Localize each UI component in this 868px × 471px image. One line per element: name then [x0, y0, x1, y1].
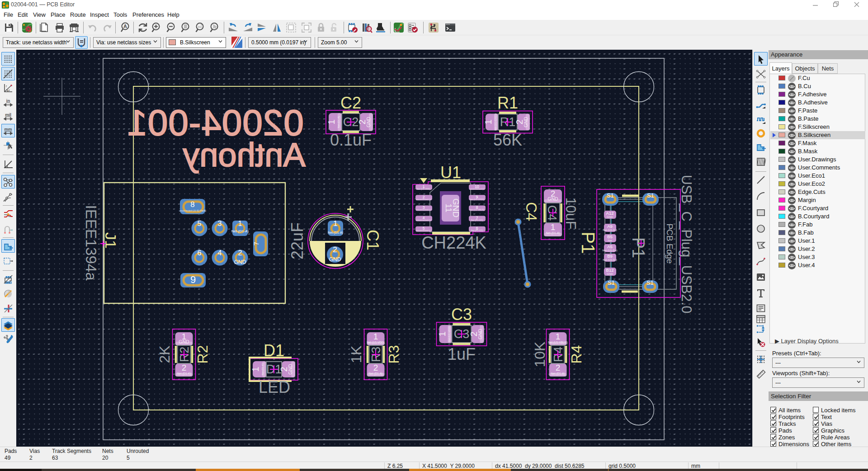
svg-text:S1: S1 — [646, 280, 653, 286]
svg-text:Net-(U1-VDD): Net-(U1-VDD) — [367, 341, 385, 344]
svg-text:S1: S1 — [647, 193, 654, 199]
svg-text:1: 1 — [483, 119, 493, 124]
svg-text:Net-(D1-A): Net-(D1-A) — [551, 372, 565, 376]
svg-text:1K: 1K — [348, 345, 364, 363]
svg-text:10K: 10K — [532, 342, 548, 367]
svg-text:GND: GND — [329, 256, 341, 263]
svg-text:2K: 2K — [156, 345, 173, 363]
svg-text:GND: GND — [179, 339, 189, 344]
svg-text:1: 1 — [556, 332, 561, 341]
svg-text:Net-(U1-D+): Net-(U1-D+) — [603, 249, 618, 252]
svg-text:unconnected-(U: unconnected-(U — [469, 188, 485, 190]
svg-text:1: 1 — [238, 220, 242, 227]
svg-text:Net: Net — [608, 239, 612, 242]
svg-text:Net-(D1-A): Net-(D1-A) — [328, 231, 343, 235]
svg-text:P1: P1 — [629, 237, 648, 258]
svg-text:GND: GND — [477, 329, 483, 339]
svg-text:2: 2 — [238, 249, 242, 257]
svg-text:1uF: 1uF — [448, 345, 476, 363]
svg-text:GND: GND — [523, 117, 528, 127]
svg-text:CH224K: CH224K — [421, 233, 486, 252]
svg-text:Net-(U1-D-): Net-(U1-D-) — [603, 229, 617, 231]
svg-text:GND: GND — [607, 273, 613, 275]
svg-text:1: 1 — [373, 332, 378, 341]
svg-text:in: in — [6, 98, 10, 103]
svg-text:Net-(D1-A): Net-(D1-A) — [231, 229, 249, 233]
svg-text:Net-(D1-K): Net-(D1-K) — [177, 372, 191, 376]
svg-text:3: 3 — [218, 220, 222, 227]
svg-text:Net-(U1-VDD): Net-(U1-VDD) — [417, 188, 431, 190]
svg-text:R3: R3 — [386, 345, 402, 364]
svg-text:C3: C3 — [451, 305, 472, 324]
svg-text:0.1uF: 0.1uF — [330, 131, 372, 149]
svg-text:R2: R2 — [194, 345, 211, 364]
svg-text:2: 2 — [556, 363, 561, 372]
svg-text:GND: GND — [366, 117, 371, 127]
svg-text:Net-(U1-VDD): Net-(U1-VDD) — [448, 326, 451, 342]
svg-text:2: 2 — [373, 363, 378, 372]
svg-text:Net-(D1-A): Net-(D1-A) — [369, 372, 382, 376]
svg-text:1: 1 — [551, 222, 556, 232]
svg-text:1: 1 — [250, 367, 260, 372]
svg-text:LED: LED — [259, 378, 290, 396]
svg-text:2: 2 — [333, 245, 337, 254]
svg-text:unconnected-(U: unconnected-(U — [416, 219, 432, 221]
svg-text:PCB Edge: PCB Edge — [665, 224, 675, 264]
svg-text:56K: 56K — [493, 131, 522, 149]
svg-text:Net-(U1-CFG1): Net-(U1-CFG1) — [494, 113, 497, 131]
svg-text:Net-(U1-CFG1): Net-(U1-CFG1) — [470, 198, 485, 201]
svg-text:1: 1 — [333, 219, 337, 228]
svg-text:unconnected-(J1-S1-Pad8): unconnected-(J1-S1-Pad8) — [179, 209, 206, 212]
svg-text:8: 8 — [190, 200, 194, 209]
svg-text:22uF: 22uF — [288, 222, 307, 259]
svg-text:R4: R4 — [568, 345, 585, 364]
svg-text:GND: GND — [451, 198, 461, 217]
svg-text:C1: C1 — [363, 230, 382, 250]
svg-text:B5: B5 — [607, 234, 613, 239]
svg-text:5: 5 — [198, 220, 202, 227]
svg-text:10uF: 10uF — [563, 198, 579, 230]
svg-text:6: 6 — [198, 249, 202, 257]
svg-text:Net-(P1-CC): Net-(P1-CC) — [471, 230, 483, 232]
svg-text:unconnected-(U: unconnected-(U — [416, 198, 432, 201]
svg-text:C2: C2 — [340, 94, 361, 112]
svg-text:USB_C_Plug_USB2.0: USB_C_Plug_USB2.0 — [679, 175, 694, 314]
svg-text:9: 9 — [190, 274, 196, 285]
svg-text:θ: θ — [8, 89, 10, 92]
svg-text:U1: U1 — [440, 163, 461, 182]
svg-text:unconnected-(U: unconnected-(U — [416, 230, 432, 232]
svg-text:mm: mm — [5, 127, 12, 132]
svg-text:C4: C4 — [523, 202, 540, 221]
svg-text:A9: A9 — [607, 224, 613, 229]
svg-text:Net-(U1-D-): Net-(U1-D-) — [603, 259, 617, 261]
svg-text:Net-(D1-A): Net-(D1-A) — [546, 231, 560, 235]
svg-text:7: 7 — [252, 242, 260, 245]
svg-text:2: 2 — [182, 363, 187, 372]
svg-text:S1: S1 — [608, 280, 614, 286]
svg-text:A: A — [123, 24, 127, 29]
svg-text:GND: GND — [547, 196, 558, 202]
svg-text:mil: mil — [5, 112, 11, 117]
svg-text:Net-(P1-CC): Net-(P1-CC) — [471, 219, 483, 221]
svg-text:GND: GND — [607, 216, 613, 218]
svg-text:A12: A12 — [606, 211, 614, 216]
svg-text:J1: J1 — [102, 232, 119, 249]
svg-text:Net-(U1-VBUS): Net-(U1-VBUS) — [548, 341, 567, 344]
svg-text:1: 1 — [437, 331, 447, 336]
svg-text:S1: S1 — [607, 193, 613, 199]
svg-text:1: 1 — [326, 119, 336, 124]
svg-text:Net-(D1-K): Net-(D1-K) — [261, 363, 264, 376]
svg-text:unconnected-(U: unconnected-(U — [416, 209, 432, 211]
svg-text:R1: R1 — [497, 94, 518, 112]
svg-text:Anthony: Anthony — [183, 136, 306, 174]
svg-text:B12: B12 — [606, 268, 614, 273]
svg-text:r: r — [6, 85, 7, 88]
svg-text:IEEE1394a: IEEE1394a — [83, 205, 99, 281]
svg-text:Net-(D1-A): Net-(D1-A) — [337, 116, 340, 128]
svg-text:GND: GND — [234, 259, 246, 265]
svg-text:A5: A5 — [607, 244, 613, 249]
svg-text:Net-(U1-VBUS): Net-(U1-VBUS) — [469, 209, 484, 211]
svg-text:GND: GND — [288, 364, 293, 375]
svg-text:4: 4 — [218, 249, 222, 257]
svg-text:B9: B9 — [607, 254, 613, 259]
